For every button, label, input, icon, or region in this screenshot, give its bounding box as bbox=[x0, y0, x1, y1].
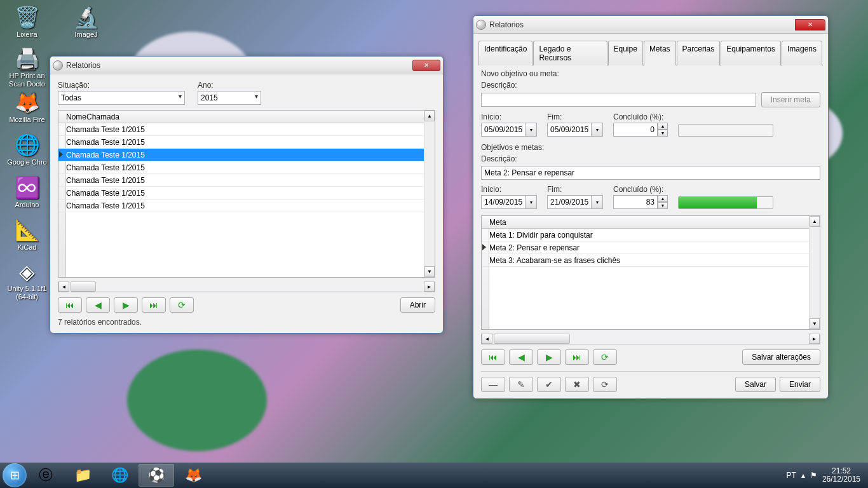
desktop-icon[interactable]: 🔬ImageJ bbox=[62, 3, 110, 44]
nav-prev-button[interactable]: ◀ bbox=[509, 349, 533, 365]
horizontal-scrollbar[interactable]: ◄ ► bbox=[58, 281, 435, 292]
salvar-button[interactable]: Salvar bbox=[735, 377, 776, 392]
novo-inicio-date[interactable]: ▾ bbox=[481, 123, 537, 137]
spinner-up-icon[interactable]: ▲ bbox=[658, 195, 668, 202]
icon-label: ImageJ bbox=[74, 30, 97, 39]
start-button[interactable]: ⊞ bbox=[3, 463, 27, 487]
taskbar-gimp[interactable]: 🦊 bbox=[175, 464, 211, 487]
salvar-alteracoes-button[interactable]: Salvar alterações bbox=[742, 349, 820, 365]
horizontal-scrollbar[interactable]: ◄► bbox=[481, 334, 820, 344]
titlebar[interactable]: Relatorios ✕ bbox=[50, 57, 443, 74]
nav-last-button[interactable]: ⏭ bbox=[565, 349, 589, 365]
close-button[interactable]: ✕ bbox=[795, 19, 825, 30]
table-row[interactable]: Chamada Teste 1/2015 bbox=[58, 174, 424, 187]
table-row[interactable]: Chamada Teste 1/2015 bbox=[58, 200, 424, 212]
spinner-down-icon[interactable]: ▼ bbox=[658, 130, 668, 137]
obj-inicio-date[interactable]: ▾ bbox=[481, 195, 537, 209]
chevron-down-icon[interactable]: ▾ bbox=[592, 123, 603, 137]
tab-metas[interactable]: Metas bbox=[644, 41, 676, 65]
desktop-icon[interactable]: 📐KiCad bbox=[3, 216, 51, 257]
taskbar-chrome[interactable]: 🌐 bbox=[102, 464, 137, 487]
metas-grid[interactable]: MetaMeta 1: Dividir para conquistarMeta … bbox=[481, 215, 820, 330]
chevron-down-icon[interactable]: ▾ bbox=[526, 195, 537, 209]
system-tray[interactable]: PT ▴ ⚑ 21:5226/12/2015 bbox=[787, 467, 865, 484]
tray-flag-icon[interactable]: ⚑ bbox=[810, 471, 817, 480]
check-button[interactable]: ✔ bbox=[537, 377, 561, 392]
icon-label: KiCad bbox=[18, 243, 37, 252]
taskbar-ie[interactable]: ⓔ bbox=[28, 464, 64, 487]
table-row[interactable]: Chamada Teste 1/2015 bbox=[58, 123, 424, 136]
abrir-button[interactable]: Abrir bbox=[400, 297, 435, 313]
nav-next-button[interactable]: ▶ bbox=[114, 297, 138, 313]
desktop-icon[interactable]: ♾️Arduino bbox=[3, 173, 51, 215]
chamadas-grid[interactable]: NomeChamadaChamada Teste 1/2015Chamada T… bbox=[58, 110, 435, 278]
tab-imagens[interactable]: Imagens bbox=[782, 41, 822, 65]
tray-lang[interactable]: PT bbox=[787, 471, 796, 480]
table-row[interactable]: Meta 3: Acabaram-se as frases clichês bbox=[482, 254, 809, 267]
chevron-down-icon[interactable]: ▾ bbox=[592, 195, 603, 209]
tab-equipe[interactable]: Equipe bbox=[608, 41, 643, 65]
refresh-button[interactable]: ⟳ bbox=[593, 377, 617, 392]
nav-last-button[interactable]: ⏭ bbox=[142, 297, 166, 313]
spinner-up-icon[interactable]: ▲ bbox=[658, 123, 668, 130]
nav-next-button[interactable]: ▶ bbox=[537, 349, 561, 365]
spinner-down-icon[interactable]: ▼ bbox=[658, 202, 668, 209]
descricao-input[interactable] bbox=[481, 93, 756, 107]
ano-select[interactable]: 2015 bbox=[198, 91, 261, 105]
desktop-icon[interactable]: 🗑️Lixeira bbox=[3, 3, 51, 44]
nav-first-button[interactable]: ⏮ bbox=[58, 297, 82, 313]
scroll-left-icon[interactable]: ◄ bbox=[58, 281, 69, 292]
minus-button[interactable]: — bbox=[481, 377, 505, 392]
vertical-scrollbar[interactable]: ▲ ▼ bbox=[424, 111, 435, 277]
scroll-right-icon[interactable]: ► bbox=[424, 281, 435, 292]
desktop-icon[interactable]: 🌐Google Chro bbox=[3, 131, 51, 172]
scroll-down-icon[interactable]: ▼ bbox=[424, 266, 435, 277]
desktop-icon[interactable]: 🖨️HP Print an Scan Docto bbox=[3, 46, 51, 87]
nav-first-button[interactable]: ⏮ bbox=[481, 349, 505, 365]
obj-fim-date[interactable]: ▾ bbox=[547, 195, 603, 209]
scroll-right-icon[interactable]: ► bbox=[809, 334, 820, 344]
edit-button[interactable]: ✎ bbox=[509, 377, 533, 392]
table-row[interactable]: Chamada Teste 1/2015 bbox=[58, 149, 424, 161]
titlebar[interactable]: Relatorios ✕ bbox=[473, 16, 828, 34]
inserir-meta-button[interactable]: Inserir meta bbox=[761, 92, 820, 107]
descricao-label: Descrição: bbox=[481, 81, 517, 90]
novo-concluido-input[interactable] bbox=[613, 123, 658, 137]
obj-descricao-input[interactable] bbox=[481, 166, 820, 180]
close-button[interactable]: ✕ bbox=[412, 60, 440, 71]
table-row[interactable]: Chamada Teste 1/2015 bbox=[58, 161, 424, 174]
tab-equipamentos[interactable]: Equipamentos bbox=[721, 41, 781, 65]
novo-fim-date[interactable]: ▾ bbox=[547, 123, 603, 137]
window-title: Relatorios bbox=[66, 61, 412, 70]
tab-parcerias[interactable]: Parcerias bbox=[677, 41, 721, 65]
vertical-scrollbar[interactable]: ▲▼ bbox=[809, 216, 820, 329]
table-row[interactable]: Meta 1: Dividir para conquistar bbox=[482, 229, 809, 241]
column-header[interactable]: Meta bbox=[482, 216, 809, 229]
concluido-label: Concluído (%): bbox=[613, 112, 668, 121]
refresh-button[interactable]: ⟳ bbox=[593, 349, 617, 365]
cancel-button[interactable]: ✖ bbox=[565, 377, 589, 392]
scroll-left-icon[interactable]: ◄ bbox=[482, 334, 492, 344]
tray-clock[interactable]: 21:5226/12/2015 bbox=[822, 467, 860, 484]
scroll-up-icon[interactable]: ▲ bbox=[810, 216, 820, 227]
table-row[interactable]: Meta 2: Pensar e repensar bbox=[482, 241, 809, 254]
tab-legado-e-recursos[interactable]: Legado e Recursos bbox=[533, 41, 607, 65]
situacao-select[interactable]: Todas bbox=[58, 91, 185, 105]
enviar-button[interactable]: Enviar bbox=[780, 377, 820, 392]
nav-prev-button[interactable]: ◀ bbox=[86, 297, 110, 313]
desktop-icon[interactable]: 🦊Mozilla Fire bbox=[3, 88, 51, 130]
scroll-up-icon[interactable]: ▲ bbox=[424, 111, 435, 121]
chevron-down-icon[interactable]: ▾ bbox=[526, 123, 537, 137]
table-row[interactable]: Chamada Teste 1/2015 bbox=[58, 136, 424, 149]
tray-chevron-icon[interactable]: ▴ bbox=[801, 471, 805, 480]
refresh-button[interactable]: ⟳ bbox=[170, 297, 194, 313]
column-header[interactable]: NomeChamada bbox=[58, 111, 424, 123]
taskbar-explorer[interactable]: 📁 bbox=[65, 464, 100, 487]
desktop-icon[interactable]: ◈Unity 5.1.1f1 (64-bit) bbox=[3, 259, 51, 300]
scroll-down-icon[interactable]: ▼ bbox=[810, 318, 820, 329]
tab-identifica-o[interactable]: Identificação bbox=[478, 41, 532, 65]
ano-label: Ano: bbox=[198, 81, 261, 90]
table-row[interactable]: Chamada Teste 1/2015 bbox=[58, 187, 424, 200]
obj-concluido-input[interactable] bbox=[613, 195, 658, 209]
taskbar-relatorios[interactable]: ⚽ bbox=[139, 464, 174, 487]
